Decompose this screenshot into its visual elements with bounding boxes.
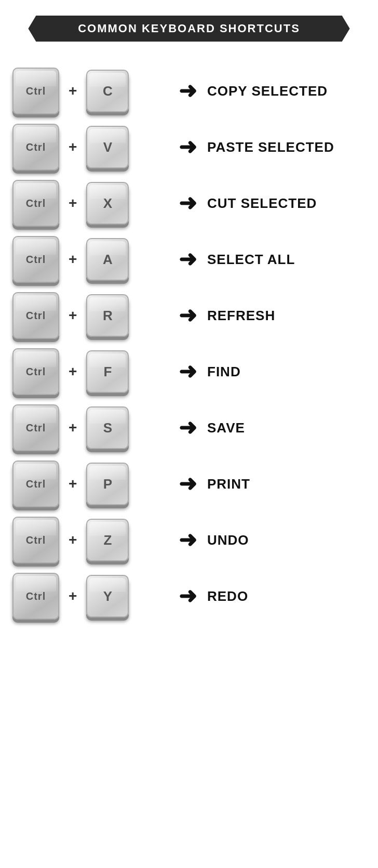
ctrl-key: Ctrl (12, 68, 59, 114)
key-group: Ctrl + C (12, 68, 168, 114)
key-group: Ctrl + P (12, 461, 168, 507)
plus-sign: + (69, 83, 77, 99)
arrow-section: ➜ (179, 585, 197, 607)
ctrl-label: Ctrl (26, 422, 46, 434)
arrow-icon: ➜ (179, 585, 197, 607)
arrow-icon: ➜ (179, 248, 197, 270)
ctrl-key: Ctrl (12, 517, 59, 563)
letter-key-p: P (86, 463, 129, 505)
arrow-section: ➜ (179, 529, 197, 551)
key-group: Ctrl + S (12, 404, 168, 451)
shortcut-action-label: UNDO (207, 532, 366, 548)
shortcut-row: Ctrl + Z ➜ UNDO (12, 517, 366, 563)
arrow-section: ➜ (179, 136, 197, 158)
letter-key-c: C (86, 70, 129, 112)
letter-key-s: S (86, 406, 129, 449)
plus-sign: + (69, 476, 77, 492)
arrow-icon: ➜ (179, 80, 197, 102)
letter-key-f: F (86, 350, 129, 393)
ctrl-label: Ctrl (26, 366, 46, 378)
plus-sign: + (69, 532, 77, 548)
arrow-section: ➜ (179, 305, 197, 326)
key-group: Ctrl + Z (12, 517, 168, 563)
shortcut-row: Ctrl + V ➜ PASTE SELECTED (12, 124, 366, 170)
key-group: Ctrl + V (12, 124, 168, 170)
ctrl-key: Ctrl (12, 404, 59, 451)
plus-sign: + (69, 251, 77, 268)
shortcut-row: Ctrl + S ➜ SAVE (12, 404, 366, 451)
ctrl-label: Ctrl (26, 141, 46, 153)
shortcut-action-label: SELECT ALL (207, 252, 366, 268)
shortcut-action-label: REDO (207, 588, 366, 604)
shortcut-action-label: PASTE SELECTED (207, 139, 366, 155)
page-title: COMMON KEYBOARD SHORTCUTS (28, 16, 349, 42)
title-banner: COMMON KEYBOARD SHORTCUTS (10, 16, 368, 42)
arrow-section: ➜ (179, 192, 197, 214)
ctrl-label: Ctrl (26, 310, 46, 322)
arrow-section: ➜ (179, 248, 197, 270)
ctrl-key: Ctrl (12, 180, 59, 227)
shortcut-action-label: COPY SELECTED (207, 83, 366, 99)
ctrl-key: Ctrl (12, 236, 59, 283)
shortcuts-list: Ctrl + C ➜ COPY SELECTED Ctrl + (10, 68, 368, 620)
ctrl-label: Ctrl (26, 85, 46, 97)
shortcut-row: Ctrl + P ➜ PRINT (12, 461, 366, 507)
plus-sign: + (69, 307, 77, 324)
shortcut-action-label: REFRESH (207, 308, 366, 324)
arrow-icon: ➜ (179, 192, 197, 214)
shortcut-action-label: SAVE (207, 420, 366, 436)
key-group: Ctrl + Y (12, 573, 168, 620)
key-group: Ctrl + F (12, 348, 168, 395)
shortcut-row: Ctrl + F ➜ FIND (12, 348, 366, 395)
arrow-icon: ➜ (179, 361, 197, 383)
letter-key-a: A (86, 238, 129, 281)
arrow-icon: ➜ (179, 136, 197, 158)
arrow-icon: ➜ (179, 473, 197, 495)
arrow-section: ➜ (179, 80, 197, 102)
key-group: Ctrl + R (12, 292, 168, 339)
arrow-icon: ➜ (179, 529, 197, 551)
arrow-section: ➜ (179, 361, 197, 383)
shortcut-row: Ctrl + X ➜ CUT SELECTED (12, 180, 366, 227)
ctrl-key: Ctrl (12, 461, 59, 507)
plus-sign: + (69, 195, 77, 212)
plus-sign: + (69, 588, 77, 604)
ctrl-key: Ctrl (12, 348, 59, 395)
shortcut-action-label: FIND (207, 364, 366, 380)
arrow-icon: ➜ (179, 305, 197, 326)
ctrl-key: Ctrl (12, 573, 59, 620)
plus-sign: + (69, 419, 77, 436)
shortcut-action-label: PRINT (207, 476, 366, 492)
ctrl-label: Ctrl (26, 478, 46, 490)
shortcut-row: Ctrl + Y ➜ REDO (12, 573, 366, 620)
letter-key-x: X (86, 182, 129, 225)
ctrl-label: Ctrl (26, 590, 46, 602)
ctrl-label: Ctrl (26, 254, 46, 266)
letter-key-r: R (86, 294, 129, 337)
arrow-section: ➜ (179, 473, 197, 495)
ctrl-key: Ctrl (12, 292, 59, 339)
shortcut-action-label: CUT SELECTED (207, 195, 366, 212)
key-group: Ctrl + A (12, 236, 168, 283)
ctrl-label: Ctrl (26, 198, 46, 209)
arrow-section: ➜ (179, 417, 197, 439)
shortcut-row: Ctrl + A ➜ SELECT ALL (12, 236, 366, 283)
key-group: Ctrl + X (12, 180, 168, 227)
ctrl-key: Ctrl (12, 124, 59, 170)
letter-key-v: V (86, 126, 129, 168)
shortcut-row: Ctrl + R ➜ REFRESH (12, 292, 366, 339)
ctrl-label: Ctrl (26, 534, 46, 546)
letter-key-z: Z (86, 519, 129, 561)
letter-key-y: Y (86, 575, 129, 617)
arrow-icon: ➜ (179, 417, 197, 439)
plus-sign: + (69, 363, 77, 380)
shortcut-row: Ctrl + C ➜ COPY SELECTED (12, 68, 366, 114)
plus-sign: + (69, 139, 77, 155)
